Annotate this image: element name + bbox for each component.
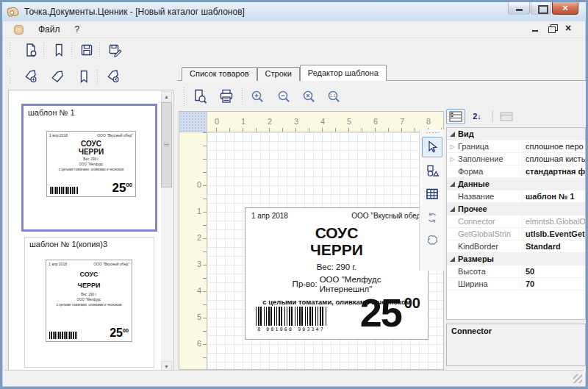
tags-toolbar — [4, 64, 173, 89]
design-grid[interactable]: 1 апр 2018 ООО "Вкусный обед" СОУС ЧЕРРИ… — [207, 132, 443, 369]
zoom-100-button[interactable]: 1:1 — [323, 85, 345, 107]
maximize-button[interactable] — [531, 2, 551, 15]
template-card-1[interactable]: шаблон № 1 1 апр 2018 ООО "Вкусный обед"… — [21, 104, 157, 232]
property-row-border[interactable]: ▷ Граница сплошное перо (Colo — [447, 140, 585, 153]
property-row-getglobalstring[interactable]: GetGlobalStrin utlslb.EventGetGl — [447, 228, 585, 240]
property-value[interactable]: 70 — [523, 278, 585, 290]
new-catalog-button[interactable] — [21, 40, 40, 60]
label-barcode[interactable]: 8 001060 903347 — [251, 307, 331, 332]
svg-text:1:1: 1:1 — [330, 93, 337, 98]
mdi-minimize-button[interactable] — [530, 24, 541, 34]
print-button[interactable] — [215, 85, 237, 107]
property-value[interactable]: стандартная фор — [523, 165, 585, 177]
scrollbar-thumb[interactable] — [161, 102, 172, 188]
select-tool-button[interactable] — [422, 137, 442, 157]
main-toolbar — [4, 38, 584, 63]
property-row-fill[interactable]: ▷ Заполнение сплошная кисть (Co — [447, 153, 585, 165]
ruler-mark: 5 — [197, 313, 201, 321]
toolstrip-grip[interactable] — [426, 132, 439, 134]
alphabetical-sort-button[interactable]: 2↓ — [467, 109, 487, 124]
property-group-vid[interactable]: Вид — [447, 128, 585, 140]
table-tool-button[interactable] — [422, 184, 442, 204]
property-row-name[interactable]: Название шаблон № 1 — [447, 190, 585, 203]
delete-tag-button[interactable] — [103, 67, 123, 86]
editor-canvas: 0 1 2 3 4 5 6 7 8 0 1 2 3 4 5 6 1 апр 20… — [179, 111, 444, 370]
close-button[interactable] — [552, 2, 578, 15]
group-label: Размеры — [458, 253, 494, 265]
thumb-description: с целыми томатами, оливками и чесноком — [47, 168, 135, 171]
label-company[interactable]: ООО "Вкусный обед" — [351, 212, 423, 220]
thumb-weight: Вес: 290 г. — [47, 157, 135, 161]
minimize-button[interactable] — [508, 2, 530, 15]
property-group-sizes[interactable]: Размеры — [447, 253, 585, 265]
property-label: Высота — [458, 265, 523, 277]
property-description-title: Connector — [451, 326, 581, 335]
menu-help[interactable]: ? — [68, 22, 87, 37]
status-bar — [4, 370, 584, 385]
expand-icon[interactable]: ▷ — [447, 140, 458, 152]
shapes-tool-button[interactable] — [422, 160, 442, 181]
resize-grip[interactable] — [573, 374, 582, 383]
menu-file[interactable]: Файл — [31, 22, 68, 37]
label-date[interactable]: 1 апр 2018 — [251, 212, 288, 220]
tab-rows[interactable]: Строки — [257, 67, 300, 81]
price-tag-design[interactable]: 1 апр 2018 ООО "Вкусный обед" СОУС ЧЕРРИ… — [245, 207, 429, 340]
expand-icon[interactable]: ▷ — [447, 153, 458, 165]
templates-scrollbar[interactable]: ▲ ▼ — [161, 91, 172, 371]
polygon-tool-button[interactable] — [422, 231, 442, 251]
save-button[interactable] — [76, 40, 96, 60]
template-card-2[interactable]: шаблон № 1(копия)3 1 апр 2018 ООО "Вкусн… — [24, 237, 154, 368]
ruler-mark: 2 — [265, 117, 274, 126]
property-row-shape[interactable]: Форма стандартная фор — [447, 165, 585, 178]
property-value[interactable]: 50 — [523, 265, 585, 277]
zoom-out-button[interactable] — [273, 85, 295, 107]
ruler-mark: 6 — [197, 339, 201, 348]
toolbar-grip[interactable] — [9, 42, 11, 58]
ruler-mark: 5 — [345, 117, 354, 126]
properties-toolbar: 2↓ — [446, 107, 518, 126]
property-row-width[interactable]: Ширина 70 — [447, 278, 585, 290]
property-value[interactable]: utlslb.EventGetGl — [523, 228, 585, 240]
label-product-name[interactable]: СОУС ЧЕРРИ — [245, 224, 428, 258]
zoom-cancel-button[interactable] — [298, 85, 320, 107]
mdi-child-icon[interactable] — [14, 25, 24, 35]
label-weight[interactable]: Вес: 290 г. — [245, 263, 428, 271]
toolbar-grip[interactable] — [9, 68, 11, 85]
property-pages-button[interactable] — [497, 109, 516, 124]
tab-product-list[interactable]: Список товаров — [182, 67, 257, 81]
property-row-connector[interactable]: Connector elmntsb.GlobalObject — [447, 215, 585, 228]
property-value[interactable]: Standard — [523, 240, 585, 252]
property-value[interactable]: сплошное перо (Colo — [523, 140, 585, 152]
categorized-view-button[interactable] — [446, 109, 465, 124]
scroll-up-icon[interactable]: ▲ — [161, 91, 172, 101]
zoom-in-button[interactable] — [246, 85, 268, 107]
preview-button[interactable] — [189, 85, 211, 107]
open-catalog-button[interactable] — [49, 40, 68, 60]
property-group-data[interactable]: Данные — [447, 178, 585, 190]
ruler-mark: 0 — [212, 117, 221, 126]
mdi-restore-button[interactable] — [547, 24, 558, 34]
new-tag-button[interactable] — [74, 67, 93, 86]
group-label: Данные — [458, 178, 490, 190]
save-as-button[interactable] — [104, 40, 124, 60]
property-group-other[interactable]: Прочее — [447, 203, 585, 215]
property-label: Заполнение — [458, 153, 523, 165]
property-value[interactable]: сплошная кисть (Co — [523, 153, 585, 165]
open-catalog-icon — [51, 43, 66, 57]
property-value[interactable]: шаблон № 1 — [523, 190, 585, 202]
property-value[interactable]: elmntsb.GlobalObject — [523, 215, 585, 227]
label-price[interactable]: 25 00 — [360, 293, 420, 332]
copy-tag-button[interactable] — [47, 67, 67, 86]
save-as-icon — [107, 43, 122, 57]
tab-template-editor[interactable]: Редактор шаблона — [300, 65, 387, 81]
add-tag-button[interactable] — [21, 67, 40, 86]
property-row-height[interactable]: Высота 50 — [447, 265, 585, 278]
property-row-kindborder[interactable]: KindBorder Standard — [447, 240, 585, 253]
mdi-close-button[interactable] — [564, 24, 575, 34]
toolbar-grip[interactable] — [183, 87, 185, 106]
template-name: шаблон № 1(копия)3 — [25, 238, 154, 249]
properties-panel: 2↓ Вид ▷ Граница сплошное перо (Colo — [446, 107, 586, 371]
rotate-tool-button[interactable] — [422, 207, 442, 228]
barcode-digits: 8 001060 903347 — [251, 326, 331, 332]
thumb-weight: Вес: 290 г. — [46, 293, 132, 296]
